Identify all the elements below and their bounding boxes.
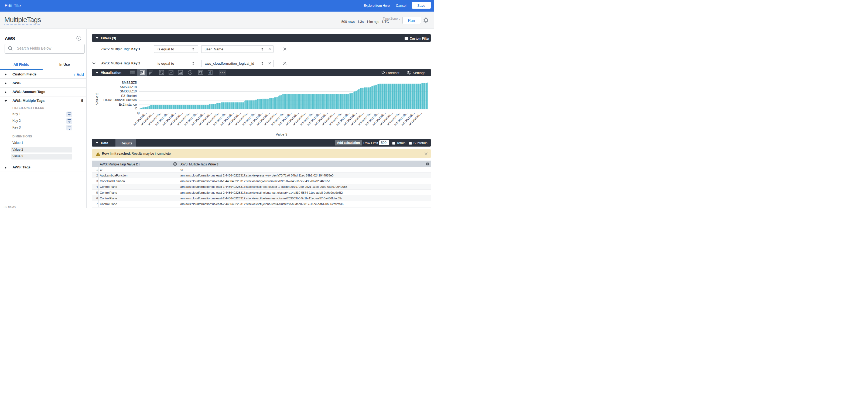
svg-text:∅: ∅ xyxy=(136,111,141,115)
